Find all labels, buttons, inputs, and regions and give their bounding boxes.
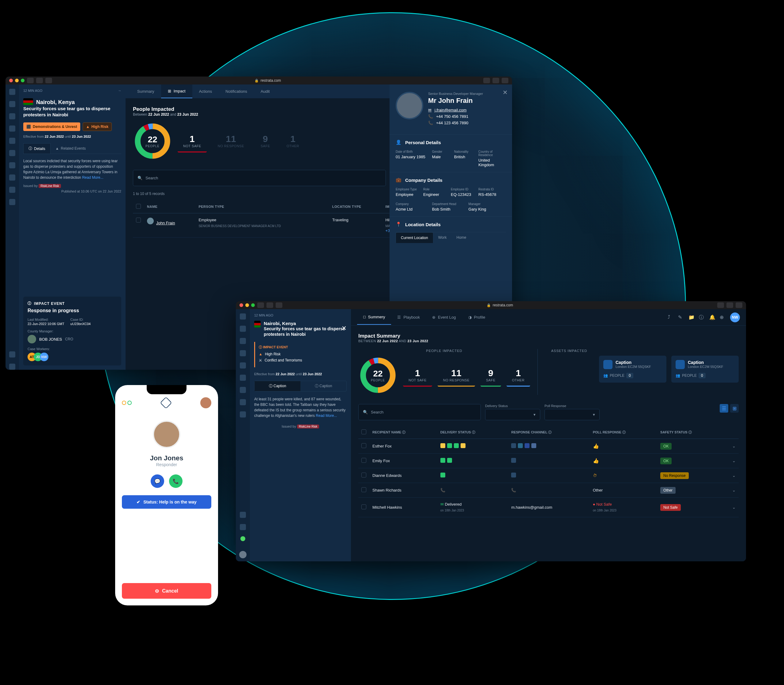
window-controls[interactable]: [9, 79, 24, 82]
loc-tab-current[interactable]: Current Location: [396, 232, 433, 243]
select-all-checkbox[interactable]: [361, 429, 366, 434]
nav-icon-1[interactable]: [9, 101, 15, 107]
nav-icon-8[interactable]: [9, 187, 15, 193]
stat-no-response[interactable]: 11NO RESPONSE: [212, 130, 250, 153]
list-view-button[interactable]: ☰: [720, 404, 728, 412]
nav-icon[interactable]: [240, 399, 246, 405]
stat-not-safe[interactable]: 1NOT SAFE: [403, 364, 432, 386]
expand-icon[interactable]: →: [118, 89, 121, 93]
new-tab-button[interactable]: [726, 302, 733, 308]
user-avatar[interactable]: [239, 551, 247, 558]
tabs-button[interactable]: [502, 78, 508, 83]
nav-back[interactable]: [257, 302, 264, 308]
window-controls[interactable]: [239, 304, 255, 307]
poll-response-select[interactable]: ▾: [545, 409, 600, 420]
expand-icon[interactable]: ⌄: [722, 468, 738, 483]
tab-actions[interactable]: Actions: [192, 84, 219, 98]
nav-icon-7[interactable]: [9, 174, 15, 180]
tabs-button[interactable]: [735, 302, 742, 308]
stat-other[interactable]: 1OTHER: [506, 364, 530, 386]
close-dot[interactable]: [239, 304, 243, 307]
stat-safe[interactable]: 9SAFE: [480, 364, 501, 386]
asset-card[interactable]: CaptionLondon EC2M 55QSKF 👥 PEOPLE 0: [599, 355, 666, 383]
nav-icon-3[interactable]: [9, 125, 15, 131]
nav-forward[interactable]: [36, 78, 43, 83]
nav-forward[interactable]: [267, 302, 273, 308]
loc-tab-home[interactable]: Home: [452, 232, 471, 243]
tab-profile[interactable]: ◑ Profile: [462, 310, 491, 325]
sidebar-toggle[interactable]: [46, 78, 52, 83]
close-icon[interactable]: ✕: [342, 325, 346, 332]
close-icon[interactable]: ✕: [503, 89, 508, 96]
expand-icon[interactable]: ⌄: [722, 439, 738, 454]
stat-no-response[interactable]: 11NO RESPONSE: [438, 364, 475, 386]
row-name[interactable]: John Frain: [156, 221, 175, 225]
minimize-dot[interactable]: [245, 304, 249, 307]
tab-related-events[interactable]: ▲ Related Events: [50, 143, 91, 154]
stat-safe[interactable]: 9SAFE: [255, 130, 276, 153]
nav-icon[interactable]: [240, 387, 246, 393]
nav-icon[interactable]: [240, 375, 246, 381]
tab-impact[interactable]: ⊞ Impact: [161, 84, 192, 98]
nav-icon[interactable]: [240, 362, 246, 368]
row-checkbox[interactable]: [361, 443, 366, 448]
nav-icon-4[interactable]: [9, 138, 15, 144]
profile-phone-2[interactable]: 📞+44 123 456 7890: [428, 120, 483, 125]
nav-icon-5[interactable]: [9, 150, 15, 156]
new-tab-button[interactable]: [493, 78, 499, 83]
expand-icon[interactable]: ⌄: [722, 498, 738, 517]
table-row[interactable]: Shawn Richards📞📞OtherOther⌄: [358, 483, 738, 498]
nav-help-icon[interactable]: [9, 351, 15, 357]
expand-icon[interactable]: ⌄: [722, 483, 738, 498]
expand-icon[interactable]: ⌄: [722, 454, 738, 468]
action-icon[interactable]: ✎: [678, 314, 684, 320]
row-checkbox[interactable]: [361, 472, 366, 477]
asset-card[interactable]: CaptionLondon EC2M 55QSKF 👥 PEOPLE 0: [671, 355, 738, 383]
tab-notifications[interactable]: Notifications: [219, 84, 254, 98]
nav-icon-6[interactable]: [9, 162, 15, 168]
tab-playbook[interactable]: ☰ Playbook: [391, 310, 426, 325]
nav-icon-2[interactable]: [9, 113, 15, 119]
close-dot[interactable]: [9, 79, 13, 82]
read-more-link[interactable]: Read More...: [82, 175, 103, 180]
user-avatar[interactable]: [200, 397, 211, 408]
nav-icon[interactable]: [240, 326, 246, 332]
tab-details[interactable]: ⓘ Details: [23, 143, 50, 154]
caption-tab-active[interactable]: ⓘ Caption: [254, 381, 301, 391]
nav-back[interactable]: [27, 78, 34, 83]
tab-summary[interactable]: □ Summery: [357, 310, 391, 325]
address-bar[interactable]: 🔒 restrata.com: [285, 303, 715, 307]
maximize-dot[interactable]: [251, 304, 255, 307]
search-input[interactable]: 🔍Search: [358, 404, 481, 420]
profile-phone-1[interactable]: 📞+44 750 456 7891: [428, 114, 483, 119]
loc-tab-work[interactable]: Work: [433, 232, 452, 243]
user-chip[interactable]: NW: [730, 313, 740, 322]
tab-summary[interactable]: Summary: [130, 84, 161, 98]
settings-icon[interactable]: [240, 512, 246, 518]
share-button[interactable]: [483, 78, 490, 83]
nav-icon[interactable]: [240, 524, 246, 530]
share-button[interactable]: [717, 302, 724, 308]
table-row[interactable]: Esther Fox👍OK⌄: [358, 439, 738, 454]
sidebar-toggle[interactable]: [276, 302, 282, 308]
profile-email[interactable]: ✉j.frain@email.com: [428, 108, 483, 112]
row-checkbox[interactable]: [361, 505, 366, 509]
add-icon[interactable]: ⊕: [720, 314, 726, 320]
row-checkbox[interactable]: [361, 487, 366, 492]
app-logo-icon[interactable]: [9, 89, 15, 95]
call-button[interactable]: 📞: [169, 474, 182, 488]
select-all-checkbox[interactable]: [136, 204, 141, 209]
app-logo[interactable]: [160, 397, 172, 409]
tab-audit[interactable]: Audit: [254, 84, 277, 98]
tab-event-log[interactable]: ⊕ Event Log: [426, 310, 462, 325]
nav-icon[interactable]: [240, 350, 246, 356]
chat-button[interactable]: 💬: [151, 474, 164, 488]
action-icon[interactable]: ⓘ: [699, 314, 705, 320]
table-row[interactable]: Mitchell Hawkins✉ Deliveredon 18th Jan 2…: [358, 498, 738, 517]
nav-icon[interactable]: [240, 411, 246, 417]
action-icon[interactable]: 🔔: [709, 314, 716, 320]
maximize-dot[interactable]: [21, 79, 24, 82]
address-bar[interactable]: 🔒 restrata.com: [55, 78, 481, 83]
search-input[interactable]: 🔍 Search: [133, 170, 386, 186]
caption-tab[interactable]: ⓘ Caption: [301, 381, 346, 391]
